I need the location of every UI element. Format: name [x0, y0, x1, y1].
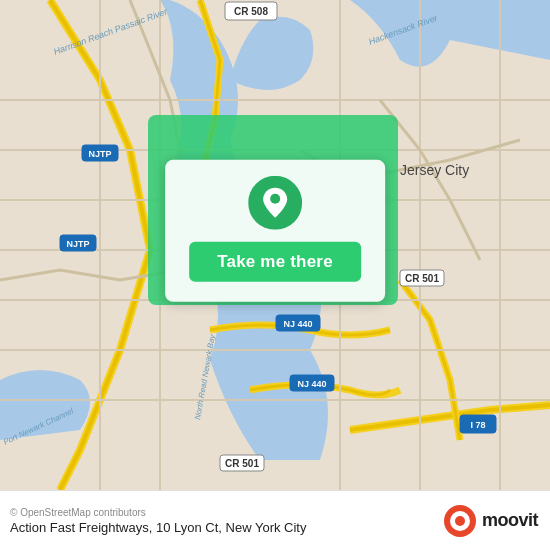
svg-text:I 78: I 78	[470, 420, 485, 430]
svg-text:CR 501: CR 501	[405, 273, 439, 284]
svg-text:NJTP: NJTP	[88, 149, 111, 159]
moovit-wordmark: moovit	[482, 510, 538, 531]
svg-point-24	[270, 194, 280, 204]
moovit-icon	[444, 505, 476, 537]
overlay-card: Take me there	[165, 160, 385, 302]
svg-point-27	[455, 516, 465, 526]
svg-text:NJ 440: NJ 440	[297, 379, 326, 389]
bottom-left-info: © OpenStreetMap contributors Action Fast…	[10, 507, 306, 535]
take-me-there-button[interactable]: Take me there	[189, 242, 361, 282]
moovit-logo: moovit	[444, 505, 538, 537]
svg-text:CR 501: CR 501	[225, 458, 259, 469]
svg-text:CR 508: CR 508	[234, 6, 268, 17]
svg-text:NJ 440: NJ 440	[283, 319, 312, 329]
svg-text:NJTP: NJTP	[66, 239, 89, 249]
location-text: Action Fast Freightways, 10 Lyon Ct, New…	[10, 520, 306, 535]
location-pin-icon	[248, 176, 302, 230]
map-container: CR 508 NJTP NJTP NJ 440 NJ 440 CR 501 CR…	[0, 0, 550, 490]
bottom-bar: © OpenStreetMap contributors Action Fast…	[0, 490, 550, 550]
svg-text:Jersey City: Jersey City	[400, 162, 469, 178]
copyright-text: © OpenStreetMap contributors	[10, 507, 306, 518]
